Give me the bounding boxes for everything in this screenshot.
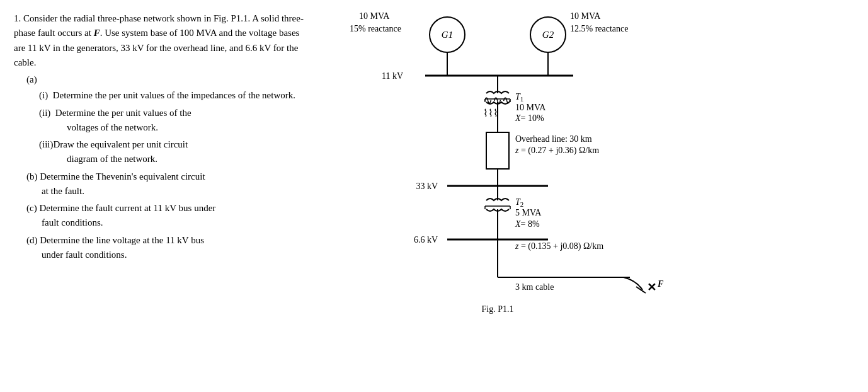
- t2-mva: 5 MVA: [515, 208, 542, 217]
- part-a-ii-label: (ii): [39, 108, 50, 118]
- part-b: (b) Determine the Thevenin's equivalent …: [14, 170, 309, 199]
- t2-x: X= 8%: [515, 219, 540, 229]
- part-a-ii: (ii) Determine the per unit values of th…: [39, 106, 309, 135]
- bus-33kv-label: 33 kV: [416, 182, 438, 191]
- t1-label: T1: [515, 92, 523, 103]
- question-number: 1.: [14, 13, 21, 23]
- fault-label: F: [657, 279, 664, 289]
- part-a-iii-cont: diagram of the network.: [39, 152, 309, 166]
- t1-secondary-winding: ⌇⌇⌇: [483, 108, 498, 118]
- part-a-i: (i) Determine the per unit values of the…: [39, 88, 309, 103]
- g1-label: G1: [442, 30, 453, 40]
- part-a-label: (a): [26, 74, 37, 84]
- question-intro-text: Consider the radial three-phase network …: [14, 13, 304, 67]
- t1-x: X= 10%: [515, 113, 544, 123]
- t2-label: T2: [515, 197, 523, 208]
- fault-x: ✕: [647, 281, 656, 294]
- overhead-box: [486, 132, 509, 169]
- circuit-diagram: G1 G2 10 MVA 15% reactance 10 MVA 12.5% …: [315, 0, 806, 384]
- question-intro: 1. Consider the radial three-phase netwo…: [14, 11, 309, 70]
- part-d: (d) Determine the line voltage at the 11…: [14, 233, 309, 263]
- g2-mva-label: 10 MVA: [570, 11, 601, 21]
- part-a-iii-label: (iii): [39, 139, 54, 149]
- cable-z: z = (0.135 + j0.08) Ω/km: [515, 241, 603, 251]
- bus-66kv-label: 6.6 kV: [414, 235, 438, 245]
- diagram-container: G1 G2 10 MVA 15% reactance 10 MVA 12.5% …: [315, 0, 868, 392]
- fig-label: Fig. P1.1: [482, 304, 514, 314]
- part-a-i-label: (i): [39, 90, 48, 100]
- part-b-cont: at the fault.: [26, 184, 309, 199]
- part-a: (a) (i) Determine the per unit values of…: [14, 72, 309, 167]
- part-a-items: (i) Determine the per unit values of the…: [26, 88, 309, 166]
- g1-reactance-label: 15% reactance: [350, 24, 401, 33]
- question-text: 1. Consider the radial three-phase netwo…: [14, 11, 309, 262]
- right-panel: G1 G2 10 MVA 15% reactance 10 MVA 12.5% …: [315, 0, 868, 392]
- g1-mva-label: 10 MVA: [359, 11, 390, 21]
- part-b-label: (b): [26, 171, 38, 182]
- part-c-cont: fault conditions.: [26, 216, 309, 230]
- t1-mva: 10 MVA: [515, 103, 546, 112]
- left-panel: 1. Consider the radial three-phase netwo…: [0, 0, 315, 392]
- part-a-ii-cont: voltages of the network.: [39, 120, 309, 135]
- part-a-iii: (iii)Draw the equivalent per unit circui…: [39, 137, 309, 167]
- overhead-z: z = (0.27 + j0.36) Ω/km: [515, 146, 599, 156]
- part-d-label: (d): [26, 235, 38, 245]
- part-c-label: (c): [26, 203, 37, 213]
- part-c: (c) Determine the fault current at 11 kV…: [14, 201, 309, 231]
- fault-arrow-curve: [624, 277, 642, 290]
- overhead-label: Overhead line: 30 km: [515, 134, 592, 144]
- cable-km-label: 3 km cable: [515, 282, 554, 292]
- bus-11kv-label: 11 kV: [382, 71, 403, 81]
- g2-label: G2: [542, 30, 554, 40]
- g2-reactance-label: 12.5% reactance: [570, 24, 629, 33]
- part-d-cont: under fault conditions.: [26, 248, 309, 262]
